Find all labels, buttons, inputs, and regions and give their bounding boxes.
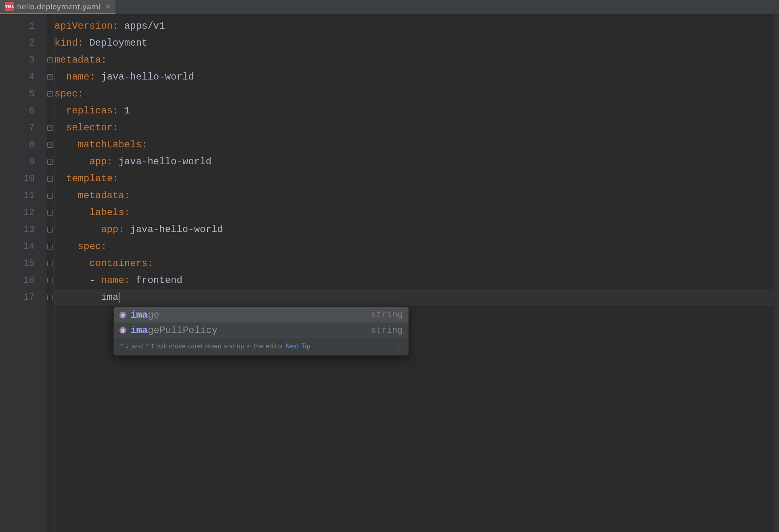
code-line[interactable]: ima	[54, 289, 779, 306]
code-line[interactable]: app: java-hello-world	[54, 221, 779, 238]
code-line[interactable]: selector:	[54, 119, 779, 136]
code-line[interactable]: containers:	[54, 255, 779, 272]
property-icon: p	[119, 312, 126, 318]
fold-toggle-icon[interactable]: −	[47, 278, 53, 283]
line-number: 13	[0, 221, 35, 238]
file-tab[interactable]: YML hello.deployment.yaml ✕	[0, 0, 115, 14]
completion-label: imagePullPolicy	[130, 325, 218, 336]
yaml-file-icon: YML	[5, 2, 14, 11]
editor-scrollbar[interactable]	[773, 15, 779, 532]
fold-toggle-icon[interactable]: −	[47, 159, 53, 165]
fold-toggle-icon[interactable]: −	[47, 227, 53, 232]
line-number: 17	[0, 289, 35, 306]
fold-toggle-icon[interactable]: −	[47, 261, 53, 266]
completion-item[interactable]: pimagestring	[114, 307, 408, 323]
line-number: 14	[0, 238, 35, 255]
fold-toggle-icon[interactable]: −	[47, 295, 53, 300]
code-line[interactable]: spec:	[54, 86, 779, 103]
code-line[interactable]: metadata:	[54, 52, 779, 69]
line-number: 1	[0, 18, 35, 35]
code-line[interactable]: app: java-hello-world	[54, 153, 779, 170]
fold-toggle-icon[interactable]: −	[47, 125, 53, 131]
line-number: 12	[0, 204, 35, 221]
fold-toggle-icon[interactable]: −	[47, 193, 53, 199]
hint-shortcut: ^↓ and ^↑	[119, 343, 155, 350]
line-number: 3	[0, 52, 35, 69]
line-number: 7	[0, 119, 35, 136]
line-number: 5	[0, 86, 35, 103]
completion-type: string	[371, 310, 403, 320]
code-line[interactable]: labels:	[54, 204, 779, 221]
line-number: 8	[0, 136, 35, 153]
close-icon[interactable]: ✕	[104, 3, 111, 10]
line-number: 10	[0, 170, 35, 187]
fold-toggle-icon[interactable]: −	[47, 210, 53, 216]
line-number: 16	[0, 272, 35, 289]
code-line[interactable]: kind: Deployment	[54, 35, 779, 52]
code-line[interactable]: name: java-hello-world	[54, 69, 779, 86]
code-content[interactable]: apiVersion: apps/v1kind: Deploymentmetad…	[54, 15, 779, 532]
hint-text: will move caret down and up in the edito…	[157, 343, 285, 350]
line-number: 11	[0, 187, 35, 204]
line-number: 2	[0, 35, 35, 52]
tab-filename: hello.deployment.yaml	[17, 2, 101, 11]
code-line[interactable]: template:	[54, 170, 779, 187]
completion-menu-icon[interactable]: ⋮	[394, 341, 403, 351]
code-line[interactable]: apiVersion: apps/v1	[54, 18, 779, 35]
fold-toggle-icon[interactable]: −	[47, 176, 53, 182]
property-icon: p	[119, 327, 126, 334]
code-line[interactable]: spec:	[54, 238, 779, 255]
line-number: 9	[0, 153, 35, 170]
code-line[interactable]: - name: frontend	[54, 272, 779, 289]
completion-popup[interactable]: pimagestringpimagePullPolicystring ^↓ an…	[113, 307, 409, 356]
code-line[interactable]: matchLabels:	[54, 136, 779, 153]
completion-label: image	[130, 310, 159, 320]
fold-toggle-icon[interactable]: −	[47, 142, 53, 148]
completion-hint-bar: ^↓ and ^↑ will move caret down and up in…	[114, 338, 408, 355]
code-line[interactable]: replicas: 1	[54, 103, 779, 119]
fold-toggle-icon[interactable]: −	[47, 244, 53, 249]
completion-item[interactable]: pimagePullPolicystring	[114, 323, 408, 338]
fold-toggle-icon[interactable]: −	[47, 57, 53, 63]
line-number: 15	[0, 255, 35, 272]
next-tip-link[interactable]: Next Tip	[285, 343, 310, 350]
line-number: 4	[0, 69, 35, 86]
line-number: 6	[0, 103, 35, 119]
tab-bar: YML hello.deployment.yaml ✕	[0, 0, 779, 15]
editor-area[interactable]: 1234567891011121314151617 −−−−−−−−−−−−−−…	[0, 15, 779, 532]
line-number-gutter: 1234567891011121314151617	[0, 15, 46, 532]
fold-strip[interactable]: −−−−−−−−−−−−−−	[46, 15, 54, 532]
completion-type: string	[371, 325, 403, 335]
fold-toggle-icon[interactable]: −	[47, 91, 53, 97]
fold-toggle-icon[interactable]: −	[47, 74, 53, 80]
code-line[interactable]: metadata:	[54, 187, 779, 204]
